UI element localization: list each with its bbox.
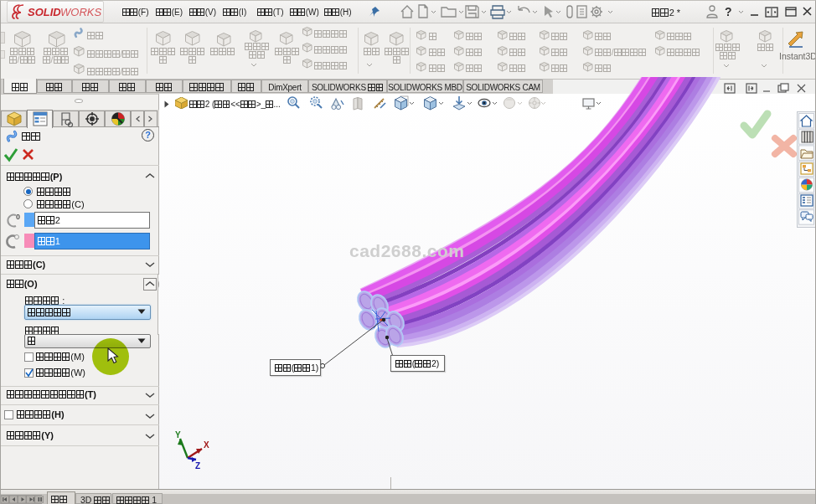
svg-text:0: 0 [16, 213, 20, 221]
svg-text:X: X [204, 440, 209, 450]
svg-text:WORKS: WORKS [60, 6, 101, 18]
svg-text:Z: Z [195, 461, 200, 471]
svg-text:Y: Y [175, 430, 181, 440]
svg-text:?: ? [725, 5, 732, 18]
svg-text:SOLID: SOLID [28, 6, 61, 18]
